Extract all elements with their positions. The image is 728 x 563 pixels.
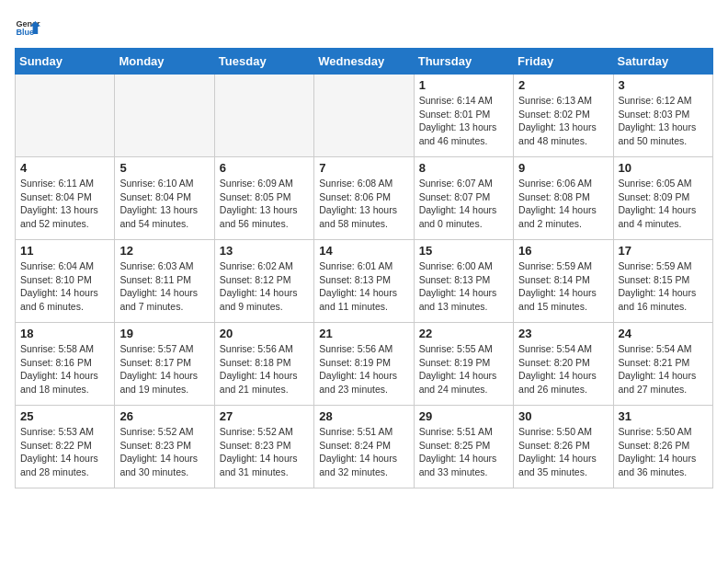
calendar-cell: 12Sunrise: 6:03 AM Sunset: 8:11 PM Dayli… (115, 240, 214, 323)
calendar-week-row: 1Sunrise: 6:14 AM Sunset: 8:01 PM Daylig… (16, 75, 713, 157)
day-info: Sunrise: 5:54 AM Sunset: 8:21 PM Dayligh… (619, 342, 708, 396)
day-info: Sunrise: 5:51 AM Sunset: 8:24 PM Dayligh… (319, 425, 408, 479)
calendar-cell: 28Sunrise: 5:51 AM Sunset: 8:24 PM Dayli… (314, 406, 414, 488)
day-number: 30 (518, 409, 608, 423)
day-number: 13 (220, 244, 309, 258)
day-info: Sunrise: 6:11 AM Sunset: 8:04 PM Dayligh… (20, 177, 109, 231)
day-number: 17 (619, 244, 708, 258)
calendar-cell: 22Sunrise: 5:55 AM Sunset: 8:19 PM Dayli… (414, 323, 513, 406)
calendar-cell: 14Sunrise: 6:01 AM Sunset: 8:13 PM Dayli… (314, 240, 414, 323)
day-number: 3 (619, 78, 708, 92)
calendar-header-row: SundayMondayTuesdayWednesdayThursdayFrid… (16, 49, 713, 75)
day-info: Sunrise: 5:56 AM Sunset: 8:19 PM Dayligh… (319, 342, 408, 396)
calendar-week-row: 4Sunrise: 6:11 AM Sunset: 8:04 PM Daylig… (16, 157, 713, 240)
calendar-cell: 2Sunrise: 6:13 AM Sunset: 8:02 PM Daylig… (514, 75, 613, 157)
day-info: Sunrise: 5:59 AM Sunset: 8:14 PM Dayligh… (518, 259, 608, 314)
day-number: 2 (518, 78, 608, 92)
day-info: Sunrise: 6:02 AM Sunset: 8:12 PM Dayligh… (220, 259, 309, 314)
day-of-week-header: Friday (514, 49, 613, 75)
calendar-cell: 1Sunrise: 6:14 AM Sunset: 8:01 PM Daylig… (414, 75, 513, 157)
day-info: Sunrise: 5:52 AM Sunset: 8:23 PM Dayligh… (220, 425, 309, 479)
calendar-cell: 29Sunrise: 5:51 AM Sunset: 8:25 PM Dayli… (414, 406, 513, 488)
day-info: Sunrise: 6:08 AM Sunset: 8:06 PM Dayligh… (319, 177, 408, 231)
day-info: Sunrise: 6:03 AM Sunset: 8:11 PM Dayligh… (119, 259, 209, 314)
day-number: 14 (319, 244, 408, 258)
day-info: Sunrise: 6:07 AM Sunset: 8:07 PM Dayligh… (419, 177, 508, 231)
day-info: Sunrise: 6:05 AM Sunset: 8:09 PM Dayligh… (619, 177, 708, 231)
day-number: 7 (319, 161, 408, 175)
day-number: 29 (419, 409, 508, 423)
day-number: 4 (20, 161, 109, 175)
day-number: 16 (518, 244, 608, 258)
calendar-cell: 15Sunrise: 6:00 AM Sunset: 8:13 PM Dayli… (414, 240, 513, 323)
day-info: Sunrise: 6:06 AM Sunset: 8:08 PM Dayligh… (518, 177, 608, 231)
calendar-cell: 10Sunrise: 6:05 AM Sunset: 8:09 PM Dayli… (613, 157, 712, 240)
day-number: 1 (419, 78, 508, 92)
day-number: 8 (419, 161, 508, 175)
day-number: 24 (619, 327, 708, 340)
calendar-cell: 8Sunrise: 6:07 AM Sunset: 8:07 PM Daylig… (414, 157, 513, 240)
calendar-cell (314, 75, 414, 157)
day-info: Sunrise: 5:53 AM Sunset: 8:22 PM Dayligh… (20, 425, 109, 479)
day-number: 12 (119, 244, 209, 258)
day-number: 31 (619, 409, 708, 423)
calendar-cell: 3Sunrise: 6:12 AM Sunset: 8:03 PM Daylig… (613, 75, 712, 157)
logo-icon: General Blue (15, 15, 40, 40)
calendar-cell: 13Sunrise: 6:02 AM Sunset: 8:12 PM Dayli… (214, 240, 313, 323)
day-number: 21 (319, 327, 408, 340)
day-of-week-header: Saturday (613, 49, 712, 75)
calendar-cell: 16Sunrise: 5:59 AM Sunset: 8:14 PM Dayli… (514, 240, 613, 323)
day-info: Sunrise: 6:14 AM Sunset: 8:01 PM Dayligh… (419, 94, 508, 148)
calendar-cell: 17Sunrise: 5:59 AM Sunset: 8:15 PM Dayli… (613, 240, 712, 323)
calendar-cell: 27Sunrise: 5:52 AM Sunset: 8:23 PM Dayli… (214, 406, 313, 488)
calendar-cell: 19Sunrise: 5:57 AM Sunset: 8:17 PM Dayli… (115, 323, 214, 406)
svg-text:Blue: Blue (16, 28, 34, 37)
day-number: 6 (220, 161, 309, 175)
day-info: Sunrise: 6:09 AM Sunset: 8:05 PM Dayligh… (220, 177, 309, 231)
calendar-cell: 6Sunrise: 6:09 AM Sunset: 8:05 PM Daylig… (214, 157, 313, 240)
calendar-cell: 4Sunrise: 6:11 AM Sunset: 8:04 PM Daylig… (16, 157, 115, 240)
day-number: 5 (119, 161, 209, 175)
calendar-cell: 9Sunrise: 6:06 AM Sunset: 8:08 PM Daylig… (514, 157, 613, 240)
day-info: Sunrise: 5:51 AM Sunset: 8:25 PM Dayligh… (419, 425, 508, 479)
day-info: Sunrise: 5:50 AM Sunset: 8:26 PM Dayligh… (619, 425, 708, 479)
day-number: 28 (319, 409, 408, 423)
day-number: 26 (119, 409, 209, 423)
day-info: Sunrise: 5:55 AM Sunset: 8:19 PM Dayligh… (419, 342, 508, 396)
calendar-cell (16, 75, 115, 157)
calendar-cell: 26Sunrise: 5:52 AM Sunset: 8:23 PM Dayli… (115, 406, 214, 488)
day-number: 25 (20, 409, 109, 423)
calendar-cell: 31Sunrise: 5:50 AM Sunset: 8:26 PM Dayli… (613, 406, 712, 488)
calendar-cell: 7Sunrise: 6:08 AM Sunset: 8:06 PM Daylig… (314, 157, 414, 240)
day-info: Sunrise: 5:52 AM Sunset: 8:23 PM Dayligh… (119, 425, 209, 479)
day-info: Sunrise: 6:00 AM Sunset: 8:13 PM Dayligh… (419, 259, 508, 314)
day-number: 22 (419, 327, 508, 340)
day-number: 9 (518, 161, 608, 175)
day-number: 27 (220, 409, 309, 423)
day-number: 10 (619, 161, 708, 175)
calendar: SundayMondayTuesdayWednesdayThursdayFrid… (15, 48, 713, 488)
day-of-week-header: Tuesday (214, 49, 313, 75)
day-of-week-header: Monday (115, 49, 214, 75)
calendar-cell: 23Sunrise: 5:54 AM Sunset: 8:20 PM Dayli… (514, 323, 613, 406)
day-number: 23 (518, 327, 608, 340)
calendar-cell (214, 75, 313, 157)
calendar-cell: 18Sunrise: 5:58 AM Sunset: 8:16 PM Dayli… (16, 323, 115, 406)
calendar-week-row: 25Sunrise: 5:53 AM Sunset: 8:22 PM Dayli… (16, 406, 713, 488)
day-of-week-header: Wednesday (314, 49, 414, 75)
day-number: 11 (20, 244, 109, 258)
header: General Blue (15, 15, 713, 40)
calendar-cell: 11Sunrise: 6:04 AM Sunset: 8:10 PM Dayli… (16, 240, 115, 323)
day-of-week-header: Sunday (16, 49, 115, 75)
calendar-cell: 25Sunrise: 5:53 AM Sunset: 8:22 PM Dayli… (16, 406, 115, 488)
logo: General Blue (15, 15, 44, 40)
day-info: Sunrise: 6:04 AM Sunset: 8:10 PM Dayligh… (20, 259, 109, 314)
day-info: Sunrise: 6:10 AM Sunset: 8:04 PM Dayligh… (119, 177, 209, 231)
day-number: 20 (220, 327, 309, 340)
calendar-cell (115, 75, 214, 157)
day-info: Sunrise: 6:13 AM Sunset: 8:02 PM Dayligh… (518, 94, 608, 148)
calendar-cell: 30Sunrise: 5:50 AM Sunset: 8:26 PM Dayli… (514, 406, 613, 488)
day-of-week-header: Thursday (414, 49, 513, 75)
day-info: Sunrise: 5:54 AM Sunset: 8:20 PM Dayligh… (518, 342, 608, 396)
calendar-cell: 24Sunrise: 5:54 AM Sunset: 8:21 PM Dayli… (613, 323, 712, 406)
